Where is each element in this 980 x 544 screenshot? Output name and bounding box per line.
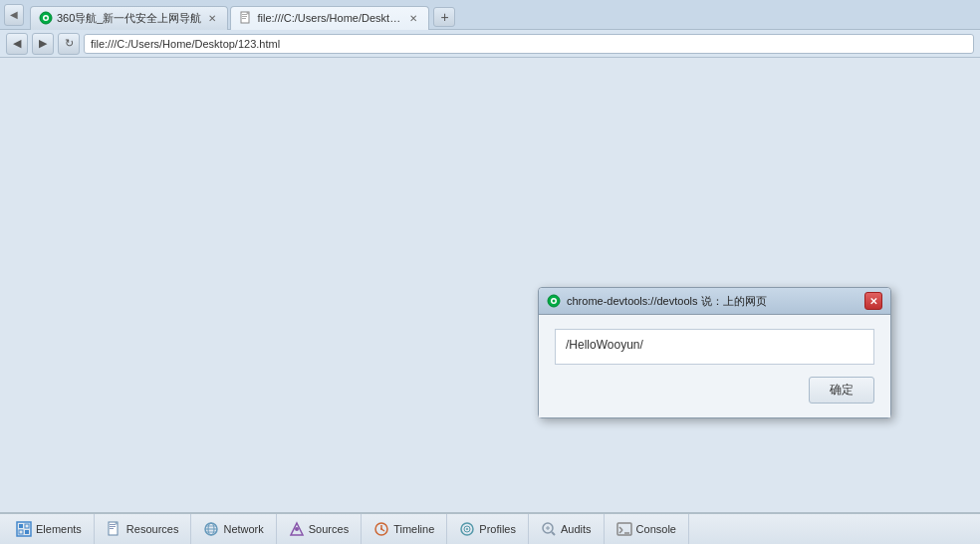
new-tab-icon: + <box>440 9 448 25</box>
tab-favicon-file <box>239 11 253 25</box>
svg-point-31 <box>380 528 382 530</box>
devtools-tab-sources-label: Sources <box>309 523 349 535</box>
alert-title-bar: chrome-devtools://devtools 说：上的网页 ✕ <box>539 288 890 315</box>
addr-forward-btn[interactable]: ▶ <box>32 33 54 55</box>
svg-rect-4 <box>242 14 247 15</box>
devtools-tab-elements-label: Elements <box>36 523 82 535</box>
svg-rect-5 <box>242 16 247 17</box>
back-button[interactable]: ◀ <box>4 4 24 26</box>
svg-point-34 <box>466 528 468 530</box>
devtools-tab-audits[interactable]: Audits <box>529 514 605 544</box>
alert-buttons: 确定 <box>555 377 874 404</box>
svg-rect-14 <box>19 530 23 534</box>
addr-back-icon: ◀ <box>13 37 21 50</box>
audits-icon <box>541 521 557 537</box>
svg-point-10 <box>553 300 556 303</box>
alert-close-icon: ✕ <box>869 296 877 307</box>
resources-icon <box>107 521 122 537</box>
address-input[interactable] <box>84 34 974 54</box>
devtools-bar: Elements Resources <box>0 512 980 544</box>
tab-close-file[interactable]: ✕ <box>406 11 420 25</box>
devtools-tab-timeline[interactable]: Timeline <box>362 514 447 544</box>
tab-title-file: file:///C:/Users/Home/Desktop/123.h <box>257 12 402 24</box>
devtools-tab-console-label: Console <box>636 523 676 535</box>
svg-line-41 <box>619 530 622 533</box>
addr-reload-btn[interactable]: ↻ <box>58 33 80 55</box>
page-content: chrome-devtools://devtools 说：上的网页 ✕ /Hel… <box>0 58 980 512</box>
svg-rect-19 <box>110 528 114 529</box>
new-tab-button[interactable]: + <box>433 7 455 27</box>
alert-message: /HelloWooyun/ <box>555 329 874 365</box>
profiles-icon <box>459 521 475 537</box>
devtools-tab-profiles-label: Profiles <box>479 523 516 535</box>
devtools-tab-sources[interactable]: Sources <box>277 514 362 544</box>
devtools-tab-network[interactable]: Network <box>191 514 276 544</box>
devtools-tab-profiles[interactable]: Profiles <box>447 514 529 544</box>
network-icon <box>203 521 219 537</box>
devtools-tab-resources-label: Resources <box>126 523 179 535</box>
svg-rect-18 <box>110 526 116 527</box>
tab-360[interactable]: 360导航_新一代安全上网导航 ✕ <box>30 6 228 30</box>
svg-point-2 <box>45 17 48 20</box>
alert-favicon <box>547 294 561 308</box>
alert-dialog: chrome-devtools://devtools 说：上的网页 ✕ /Hel… <box>538 287 891 418</box>
back-icon: ◀ <box>10 9 18 20</box>
devtools-tab-resources[interactable]: Resources <box>95 514 192 544</box>
svg-rect-17 <box>110 524 116 525</box>
svg-point-27 <box>295 527 299 531</box>
devtools-tab-elements[interactable]: Elements <box>4 514 95 544</box>
svg-line-40 <box>619 527 622 530</box>
addr-forward-icon: ▶ <box>39 37 47 50</box>
devtools-tab-console[interactable]: Console <box>605 514 689 544</box>
svg-rect-15 <box>25 530 29 534</box>
tab-file[interactable]: file:///C:/Users/Home/Desktop/123.h ✕ <box>230 6 429 30</box>
address-bar: ◀ ▶ ↻ <box>0 30 980 58</box>
alert-close-button[interactable]: ✕ <box>864 292 882 310</box>
elements-icon <box>16 521 32 537</box>
devtools-tab-network-label: Network <box>223 523 263 535</box>
timeline-icon <box>373 521 389 537</box>
alert-ok-button[interactable]: 确定 <box>809 377 874 404</box>
tab-title-360: 360导航_新一代安全上网导航 <box>57 11 201 26</box>
alert-body: /HelloWooyun/ 确定 <box>539 315 890 417</box>
alert-title-left: chrome-devtools://devtools 说：上的网页 <box>547 294 767 309</box>
sources-icon <box>289 521 305 537</box>
svg-rect-13 <box>25 524 29 528</box>
svg-line-36 <box>552 532 555 535</box>
tab-favicon-360 <box>39 11 53 25</box>
tab-close-360[interactable]: ✕ <box>205 11 219 25</box>
devtools-tab-timeline-label: Timeline <box>393 523 434 535</box>
console-icon <box>616 521 632 537</box>
addr-reload-icon: ↻ <box>65 37 74 50</box>
svg-rect-12 <box>19 524 23 528</box>
svg-rect-6 <box>242 18 246 19</box>
tab-bar: ◀ 360导航_新一代安全上网导航 ✕ <box>0 0 980 30</box>
alert-title-text: chrome-devtools://devtools 说：上的网页 <box>567 294 767 309</box>
devtools-tab-audits-label: Audits <box>561 523 592 535</box>
addr-back-btn[interactable]: ◀ <box>6 33 28 55</box>
browser-frame: ◀ 360导航_新一代安全上网导航 ✕ <box>0 0 980 544</box>
nav-back-forward: ◀ <box>4 4 24 26</box>
